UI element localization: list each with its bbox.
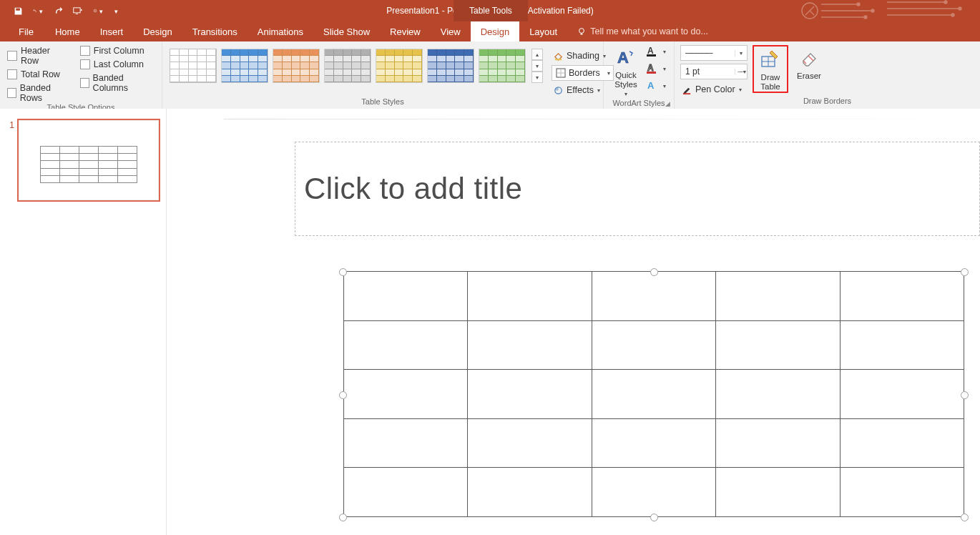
checkbox-header-row[interactable]: Header Row <box>7 46 70 66</box>
svg-point-13 <box>555 87 562 93</box>
tab-transitions[interactable]: Transitions <box>182 21 248 41</box>
quick-styles-button[interactable]: A Quick Styles▾ <box>608 44 644 99</box>
wordart-launcher-icon[interactable]: ◢ <box>664 100 671 107</box>
checkbox-banded-columns[interactable]: Banded Columns <box>80 73 155 93</box>
tab-tabletools-design[interactable]: Design <box>471 21 519 41</box>
resize-handle-w[interactable] <box>339 391 347 399</box>
tell-me-search[interactable]: Tell me what you want to do... <box>567 21 718 41</box>
resize-handle-n[interactable] <box>650 268 658 276</box>
table-style-plain[interactable] <box>170 49 217 83</box>
resize-handle-sw[interactable] <box>339 514 347 521</box>
text-outline-icon: A <box>647 63 660 74</box>
text-effects-icon: A <box>647 80 660 92</box>
slide-number: 1 <box>6 120 14 130</box>
svg-text:A: A <box>647 63 654 73</box>
pen-style-combo[interactable]: ─────▾ <box>680 45 748 61</box>
svg-point-8 <box>959 7 961 10</box>
group-label-table-styles: Table Styles <box>162 97 603 109</box>
pen-color-icon <box>682 84 692 95</box>
group-label-wordart: WordArt Styles◢ <box>604 99 674 109</box>
svg-rect-17 <box>647 54 656 57</box>
decorative-circuit <box>780 0 980 21</box>
undo-dropdown-caret[interactable]: ▾ <box>39 8 43 15</box>
title-placeholder[interactable]: Click to add title <box>295 142 980 236</box>
group-label-draw-borders: Draw Borders <box>675 97 980 109</box>
ribbon-tabs: File Home Insert Design Transitions Anim… <box>0 21 980 41</box>
eraser-button[interactable]: Eraser <box>793 45 825 81</box>
quick-access-toolbar: ▾ ▾ ▾ <box>0 0 118 21</box>
pen-weight-combo[interactable]: 1 pt──▾ <box>680 64 748 79</box>
group-table-styles: ▴ ▾ ▾ Shading▾ Borders▾ Effects▾ Tabl <box>162 41 604 109</box>
draw-table-icon <box>760 49 781 71</box>
tab-home[interactable]: Home <box>45 21 90 41</box>
borders-icon <box>555 68 566 79</box>
resize-handle-ne[interactable] <box>961 268 969 276</box>
tab-animations[interactable]: Animations <box>248 21 313 41</box>
selected-table[interactable] <box>342 270 966 520</box>
svg-rect-21 <box>683 93 690 94</box>
checkbox-total-row[interactable]: Total Row <box>7 69 70 79</box>
ribbon: Header Row Total Row Banded Rows First C… <box>0 41 980 109</box>
tab-design[interactable]: Design <box>133 21 182 41</box>
group-draw-borders: ─────▾ 1 pt──▾ Pen Color▾ Draw Table Era… <box>675 41 980 109</box>
group-wordart-styles: A Quick Styles▾ A▾ A▾ A▾ WordArt Styles◢ <box>604 41 675 109</box>
lightbulb-icon <box>577 27 586 36</box>
qat-customize-caret[interactable]: ▾ <box>114 8 118 15</box>
redo-icon[interactable] <box>53 6 63 16</box>
gallery-scroll-down[interactable]: ▾ <box>531 60 543 72</box>
checkbox-banded-rows[interactable]: Banded Rows <box>7 83 70 103</box>
svg-point-6 <box>864 16 867 19</box>
svg-rect-0 <box>74 7 80 12</box>
resize-handle-s[interactable] <box>650 514 658 521</box>
svg-point-10 <box>579 29 584 34</box>
tab-view[interactable]: View <box>431 21 471 41</box>
pen-color-button[interactable]: Pen Color▾ <box>680 82 748 97</box>
canvas-top-shadow <box>224 119 980 119</box>
table-style-style-green[interactable] <box>479 49 526 83</box>
resize-handle-nw[interactable] <box>339 268 347 276</box>
touch-mode-icon[interactable]: ▾ <box>93 6 103 16</box>
undo-icon[interactable]: ▾ <box>33 6 43 16</box>
tab-tabletools-layout[interactable]: Layout <box>519 21 567 41</box>
tab-insert[interactable]: Insert <box>90 21 134 41</box>
svg-point-4 <box>857 3 860 6</box>
svg-point-9 <box>951 14 954 16</box>
start-from-beginning-icon[interactable] <box>73 6 83 16</box>
table-style-style-gold[interactable] <box>376 49 423 83</box>
thumbnail-table-preview <box>40 146 137 183</box>
gallery-scroll-up[interactable]: ▴ <box>531 49 543 60</box>
table-style-style-blue[interactable] <box>221 49 268 83</box>
slide-thumbnail-frame <box>17 119 160 202</box>
resize-handle-se[interactable] <box>961 514 969 521</box>
slide-thumbnail-1[interactable]: 1 <box>0 119 166 202</box>
svg-rect-11 <box>555 59 562 60</box>
svg-text:A: A <box>647 80 655 91</box>
table-style-gallery[interactable] <box>170 49 530 83</box>
table-style-style-gray[interactable] <box>324 49 371 83</box>
draw-table-button[interactable]: Draw Table <box>754 46 787 92</box>
tab-slideshow[interactable]: Slide Show <box>313 21 380 41</box>
resize-handle-e[interactable] <box>961 391 969 399</box>
eraser-icon <box>798 48 820 69</box>
gallery-more-button[interactable]: ▾ <box>531 72 543 83</box>
checkbox-first-column[interactable]: First Column <box>80 46 155 56</box>
text-fill-icon: A <box>647 46 660 57</box>
text-effects-button[interactable]: A▾ <box>645 79 667 93</box>
title-placeholder-text: Click to add title <box>304 172 522 206</box>
save-icon[interactable] <box>13 6 23 16</box>
contextual-tab-label: Table Tools <box>454 0 528 21</box>
svg-rect-19 <box>647 72 656 74</box>
table-grid[interactable] <box>343 271 964 517</box>
text-outline-button[interactable]: A▾ <box>645 62 667 76</box>
tab-file[interactable]: File <box>7 21 45 41</box>
text-fill-button[interactable]: A▾ <box>645 44 667 59</box>
paint-bucket-icon <box>553 51 564 62</box>
touch-dropdown-caret[interactable]: ▾ <box>99 8 103 15</box>
gallery-scroll: ▴ ▾ ▾ <box>531 49 543 83</box>
checkbox-last-column[interactable]: Last Column <box>80 59 155 69</box>
svg-point-2 <box>94 10 95 11</box>
tab-review[interactable]: Review <box>380 21 431 41</box>
table-style-style-navy[interactable] <box>427 49 474 83</box>
table-style-style-orange[interactable] <box>273 49 320 83</box>
slide-thumbnail-pane: 1 <box>0 109 167 535</box>
